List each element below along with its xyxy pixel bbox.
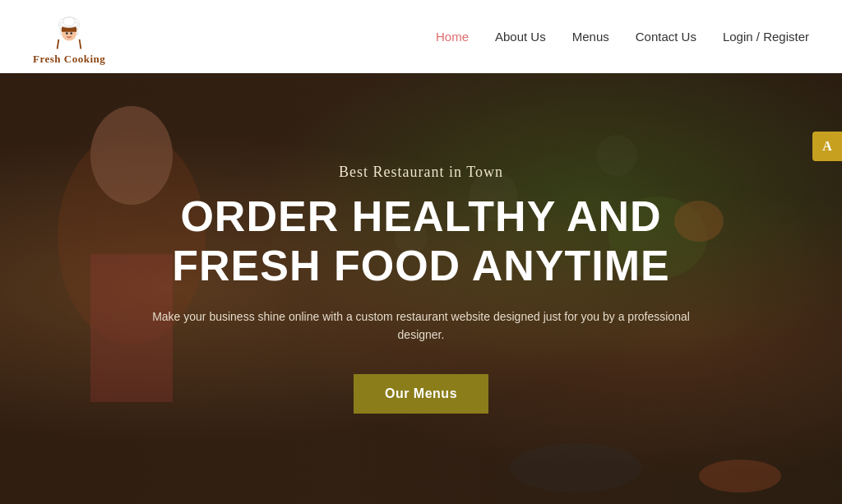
svg-point-14 bbox=[510, 443, 641, 492]
nav-contact[interactable]: Contact Us bbox=[636, 30, 696, 44]
nav-home[interactable]: Home bbox=[436, 30, 469, 44]
svg-rect-6 bbox=[63, 16, 75, 25]
nav-menus[interactable]: Menus bbox=[572, 30, 609, 44]
hero-subtitle: Best Restaurant in Town bbox=[150, 164, 692, 181]
svg-line-7 bbox=[58, 39, 59, 49]
svg-line-8 bbox=[80, 39, 81, 49]
hero-title: ORDER HEALTHY AND FRESH FOOD ANYTIME bbox=[150, 192, 692, 291]
main-nav: Home About Us Menus Contact Us Login / R… bbox=[436, 30, 809, 44]
hero-content: Best Restaurant in Town ORDER HEALTHY AN… bbox=[133, 164, 709, 413]
svg-point-3 bbox=[66, 32, 68, 35]
logo-text: Fresh Cooking bbox=[33, 53, 105, 66]
accessibility-button[interactable]: A bbox=[812, 132, 842, 161]
hero-section: Best Restaurant in Town ORDER HEALTHY AN… bbox=[0, 73, 842, 504]
header: Fresh Cooking Home About Us Menus Contac… bbox=[0, 0, 842, 73]
svg-point-15 bbox=[699, 460, 781, 492]
hero-cta-button[interactable]: Our Menus bbox=[354, 374, 488, 414]
nav-about[interactable]: About Us bbox=[495, 30, 546, 44]
logo: Fresh Cooking bbox=[33, 8, 105, 66]
hero-description: Make your business shine online with a c… bbox=[150, 307, 692, 344]
svg-point-4 bbox=[70, 32, 72, 35]
logo-icon bbox=[47, 8, 91, 53]
nav-login[interactable]: Login / Register bbox=[723, 30, 809, 44]
